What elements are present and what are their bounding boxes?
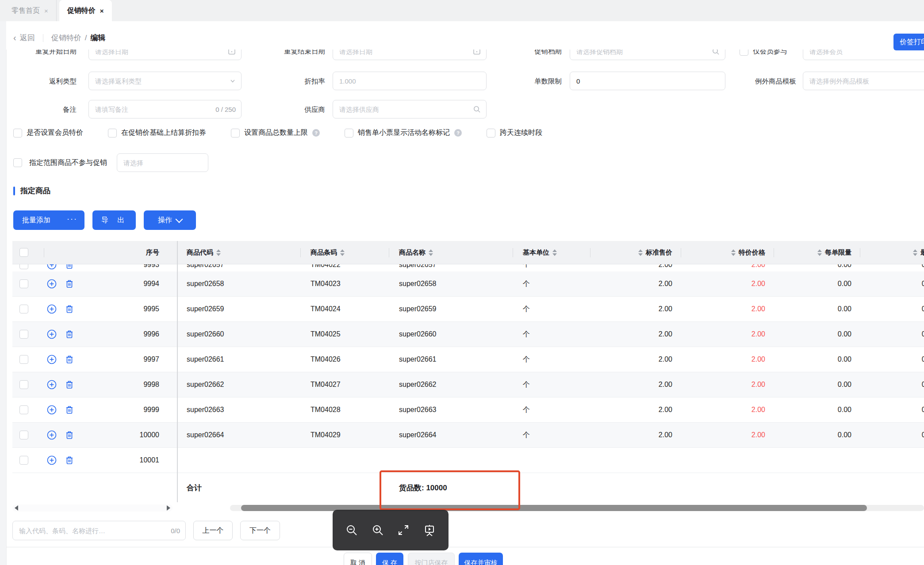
close-icon[interactable]: × [100,8,104,14]
option-checkbox[interactable] [487,129,495,137]
discount-rate-input[interactable] [338,77,481,85]
delete-row-icon[interactable] [64,354,75,365]
option-checkbox[interactable] [345,129,353,137]
back-button[interactable]: 返回 [20,33,35,43]
sort-arrows-icon[interactable] [638,249,643,256]
select-all-checkbox[interactable] [19,248,28,257]
supplier-field[interactable] [333,100,487,118]
zoom-out-icon[interactable] [345,523,358,537]
close-icon[interactable]: × [44,8,48,14]
exception-template-input[interactable] [809,77,924,85]
fullscreen-icon[interactable] [397,523,410,537]
table-search-field[interactable]: 0/0 [12,521,186,540]
zoom-in-icon[interactable] [371,523,384,537]
table-search-input[interactable] [18,527,167,535]
add-row-icon[interactable] [46,429,58,441]
section-title: 指定商品 [20,186,50,196]
row-checkbox[interactable] [19,279,28,288]
supplier-input[interactable] [338,105,469,114]
exclude-range-input[interactable] [123,159,203,167]
row-checkbox[interactable] [19,431,28,439]
price-tag-print-button[interactable]: 价签打印 [893,34,924,50]
presentation-play-icon[interactable] [423,523,436,537]
column-header-price[interactable]: 标准售价 [590,241,681,264]
section-accent-bar [13,187,15,195]
cell-seq: 9997 [106,347,177,372]
tab-retail-home[interactable]: 零售首页 × [4,0,57,21]
next-item-button[interactable]: 下一个 [240,521,280,540]
delete-row-icon[interactable] [64,404,75,416]
remark-input[interactable] [94,105,212,114]
cell-limit: 0.00 [774,372,860,397]
add-row-icon[interactable] [46,264,58,271]
cell-code: super02664 [177,423,301,447]
remark-field[interactable]: 0 / 250 [88,100,242,118]
column-header-name[interactable]: 商品名称 [389,241,513,264]
rebate-type-input[interactable] [94,77,226,85]
operate-dropdown-button[interactable]: 操作 [144,210,196,230]
frozen-columns-scrollbar[interactable] [12,504,173,512]
row-checkbox[interactable] [19,330,28,339]
add-row-icon[interactable] [46,278,58,290]
row-checkbox[interactable] [19,264,28,269]
delete-row-icon[interactable] [64,328,75,340]
exclude-range-field[interactable] [117,153,208,172]
section-header: 指定商品 [13,186,50,196]
column-header-unit[interactable]: 基本单位 [513,241,590,264]
cell-unit: 个 [513,397,590,422]
batch-add-more-button[interactable]: ··· [60,214,84,226]
add-row-icon[interactable] [46,404,58,416]
row-checkbox[interactable] [19,456,28,465]
breadcrumb-parent[interactable]: 促销特价 [51,33,81,43]
exception-template-field[interactable] [803,72,924,90]
help-icon[interactable]: ? [454,129,462,137]
exclude-range-checkbox[interactable] [13,158,22,167]
delete-row-icon[interactable] [64,303,75,315]
breadcrumb-slash: / [85,34,87,42]
column-header-code[interactable]: 商品代码 [177,241,301,264]
delete-row-icon[interactable] [64,454,75,466]
column-header-barcode[interactable]: 商品条码 [301,241,389,264]
row-checkbox[interactable] [19,305,28,313]
column-header-limit[interactable]: 每单限量 [774,241,860,264]
sort-arrows-icon[interactable] [731,249,736,256]
delete-row-icon[interactable] [64,278,75,290]
discount-rate-field[interactable] [333,72,487,90]
add-row-icon[interactable] [46,379,58,390]
add-row-icon[interactable] [46,454,58,466]
sort-arrows-icon[interactable] [913,249,917,256]
sort-arrows-icon[interactable] [340,249,345,256]
delete-row-icon[interactable] [64,264,75,271]
sort-arrows-icon[interactable] [216,249,221,256]
save-by-store-button[interactable]: 按门店保存 [408,553,455,565]
option-checkbox[interactable] [231,129,240,137]
add-row-icon[interactable] [46,354,58,365]
column-header-recent[interactable]: 最近进价 [860,241,924,264]
export-button[interactable]: 导 出 [92,210,136,230]
option-checkbox[interactable] [108,129,117,137]
save-and-audit-button[interactable]: 保存并审核 [459,553,503,565]
delete-row-icon[interactable] [64,379,75,390]
scroll-left-arrow-icon[interactable] [15,505,18,511]
column-header-special[interactable]: 特价价格 [681,241,774,264]
save-button[interactable]: 保 存 [376,553,403,565]
option-checkbox[interactable] [13,129,22,137]
row-checkbox[interactable] [19,355,28,364]
tab-promo-special[interactable]: 促销特价 × [59,0,112,21]
batch-add-button[interactable]: 批量添加 [13,216,59,225]
row-checkbox[interactable] [19,380,28,389]
rebate-type-select[interactable] [88,72,242,90]
help-icon[interactable]: ? [312,129,320,137]
sort-arrows-icon[interactable] [429,249,433,256]
back-chevron-icon[interactable]: ‹ [13,33,16,43]
sort-arrows-icon[interactable] [817,249,822,256]
cell-seq: 9994 [106,271,177,296]
scroll-right-arrow-icon[interactable] [167,505,170,511]
sort-arrows-icon[interactable] [552,249,557,256]
add-row-icon[interactable] [46,303,58,315]
row-checkbox[interactable] [19,405,28,414]
add-row-icon[interactable] [46,328,58,340]
delete-row-icon[interactable] [64,429,75,441]
prev-item-button[interactable]: 上一个 [193,521,233,540]
cancel-button[interactable]: 取 消 [344,553,372,565]
